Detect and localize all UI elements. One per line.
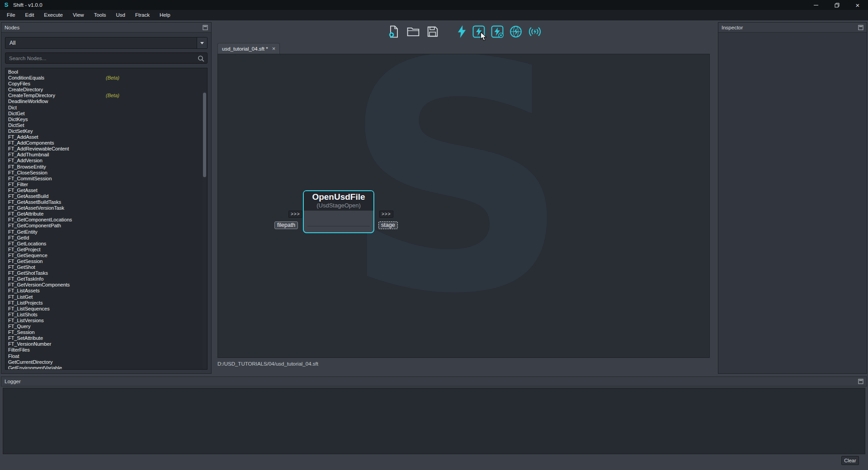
node-list-item-label: FT_AddReviewableContent: [8, 146, 69, 151]
node-list-item[interactable]: FT_AddReviewableContent: [5, 146, 207, 152]
node-list-item[interactable]: Dict: [5, 105, 207, 111]
execute-stop-icon[interactable]: [491, 25, 504, 38]
node-list-item[interactable]: FT_ListGet: [5, 294, 207, 300]
scrollbar-track[interactable]: [203, 91, 207, 369]
node-list-item[interactable]: FT_AddComponents: [5, 140, 207, 146]
node-list-item[interactable]: FilterFiles: [5, 347, 207, 353]
clear-log-button[interactable]: Clear: [841, 456, 859, 465]
node-list-item[interactable]: FT_GetSequence: [5, 253, 207, 258]
node-list-item[interactable]: Bool: [5, 69, 207, 75]
window-controls: ×: [806, 0, 868, 10]
undock-panel-button[interactable]: [203, 25, 208, 30]
node-list-item[interactable]: CopyFiles: [5, 81, 207, 87]
node-list-item[interactable]: FT_AddVersion: [5, 158, 207, 164]
scrollbar-thumb[interactable]: [203, 93, 206, 177]
node-list-item[interactable]: FT_GetAsset: [5, 188, 207, 193]
node-list-item[interactable]: FT_SetAttribute: [5, 335, 207, 341]
node-list-item[interactable]: FT_GetTaskInfo: [5, 276, 207, 282]
menu-usd[interactable]: Usd: [111, 10, 130, 20]
node-list-item-label: FT_CloseSession: [8, 170, 47, 175]
menu-view[interactable]: View: [68, 10, 89, 20]
node-list-item[interactable]: FT_AddThumbnail: [5, 152, 207, 158]
node-list-item[interactable]: FT_GetEntity: [5, 229, 207, 235]
open-scene-icon[interactable]: [407, 26, 420, 37]
node-list-item[interactable]: GetCurrentDirectory: [5, 359, 207, 365]
logger-output[interactable]: [3, 388, 865, 454]
node-list-item[interactable]: FT_GetId: [5, 235, 207, 241]
new-scene-icon[interactable]: [388, 25, 400, 38]
node-list-item[interactable]: FT_BrowseEntity: [5, 164, 207, 170]
tab-close-icon[interactable]: ×: [272, 46, 276, 52]
node-list-item[interactable]: DictKeys: [5, 117, 207, 122]
node-list-item-label: FT_GetProject: [8, 247, 41, 252]
node-graph-canvas[interactable]: S OpenUsdFile (UsdStageOpen) >>> >>> fil…: [217, 54, 710, 358]
node-list-item[interactable]: FT_GetAttribute: [5, 211, 207, 217]
node-list-item[interactable]: FT_ListSequences: [5, 306, 207, 312]
search-input[interactable]: [5, 56, 207, 61]
node-list-item[interactable]: FT_GetAssetVersionTask: [5, 205, 207, 211]
tab-usd-tutorial-04[interactable]: usd_tutorial_04.sft * ×: [217, 43, 280, 54]
close-button[interactable]: ×: [847, 0, 868, 10]
node-list-item[interactable]: FT_Query: [5, 324, 207, 329]
node-list-item[interactable]: CreateDirectory: [5, 87, 207, 93]
node-list-item[interactable]: FT_GetAssetBuild: [5, 193, 207, 199]
output-port-connector[interactable]: >>>: [379, 211, 393, 218]
node-list-item[interactable]: DeadlineWorkflow: [5, 99, 207, 104]
undock-panel-button[interactable]: [858, 25, 863, 30]
node-list-item[interactable]: FT_GetShot: [5, 264, 207, 270]
shift-watermark: S: [342, 54, 570, 337]
node-list-item-label: FT_VersionNumber: [8, 341, 51, 347]
node-list-item[interactable]: FT_GetShotTasks: [5, 270, 207, 276]
node-list-item[interactable]: ConditionEquals(Beta): [5, 75, 207, 81]
node-list-item[interactable]: FT_GetComponentLocations: [5, 217, 207, 223]
node-list-item[interactable]: FT_ListProjects: [5, 300, 207, 306]
chevron-down-icon[interactable]: [197, 38, 207, 48]
input-port-label[interactable]: filepath: [274, 221, 298, 229]
node-list-item[interactable]: FT_GetAssetBuildTasks: [5, 199, 207, 205]
execute-remote-icon[interactable]: [509, 25, 522, 38]
node-list-item[interactable]: DictGet: [5, 111, 207, 117]
menu-help[interactable]: Help: [155, 10, 175, 20]
menu-file[interactable]: File: [2, 10, 20, 20]
node-list-item[interactable]: FT_ListShots: [5, 312, 207, 318]
node-list-item-label: FT_ListVersions: [8, 318, 44, 323]
graph-toolbar: [212, 20, 717, 43]
node-list-item[interactable]: DictSet: [5, 122, 207, 128]
restore-button[interactable]: [826, 0, 847, 10]
node-list-item[interactable]: FT_CloseSession: [5, 170, 207, 176]
node-category-dropdown[interactable]: All: [5, 37, 208, 49]
node-openusdfile[interactable]: OpenUsdFile (UsdStageOpen): [303, 190, 374, 233]
node-list-item-label: FT_GetVersionComponents: [8, 282, 70, 287]
minimize-button[interactable]: [806, 0, 826, 10]
input-port-connector[interactable]: >>>: [288, 211, 302, 218]
restore-icon: [835, 3, 840, 8]
node-list-item[interactable]: FT_GetProject: [5, 247, 207, 253]
beta-badge: (Beta): [106, 75, 119, 81]
menu-edit[interactable]: Edit: [20, 10, 39, 20]
node-list-item[interactable]: DictSetKey: [5, 128, 207, 134]
node-list-item[interactable]: FT_GetLocations: [5, 241, 207, 247]
menu-execute[interactable]: Execute: [39, 10, 68, 20]
node-list-item[interactable]: FT_CommitSession: [5, 176, 207, 182]
node-list-item-label: DeadlineWorkflow: [8, 99, 48, 104]
node-list-item[interactable]: CreateTempDirectory(Beta): [5, 93, 207, 99]
node-list-item[interactable]: FT_GetVersionComponents: [5, 282, 207, 288]
node-list-item[interactable]: FT_GetComponentPath: [5, 223, 207, 229]
save-scene-icon[interactable]: [427, 26, 439, 38]
node-list-item[interactable]: FT_ListVersions: [5, 318, 207, 324]
node-list-item[interactable]: FT_ListAssets: [5, 288, 207, 294]
node-list-item-label: FT_GetAssetBuild: [8, 193, 48, 199]
node-list-item[interactable]: FT_VersionNumber: [5, 341, 207, 347]
live-execution-icon[interactable]: [528, 26, 542, 38]
undock-panel-button[interactable]: [858, 379, 863, 384]
node-list-item[interactable]: FT_GetSession: [5, 258, 207, 264]
node-list-item[interactable]: GetEnvironmentVariable: [5, 365, 207, 370]
node-list-item[interactable]: FT_AddAsset: [5, 134, 207, 140]
node-list-item[interactable]: Float: [5, 353, 207, 359]
menu-tools[interactable]: Tools: [89, 10, 111, 20]
output-port-label[interactable]: stage: [378, 221, 398, 229]
node-list-item[interactable]: FT_Session: [5, 329, 207, 335]
execute-icon[interactable]: [457, 25, 467, 38]
menu-ftrack[interactable]: Ftrack: [130, 10, 155, 20]
node-list-item[interactable]: FT_Filter: [5, 182, 207, 188]
